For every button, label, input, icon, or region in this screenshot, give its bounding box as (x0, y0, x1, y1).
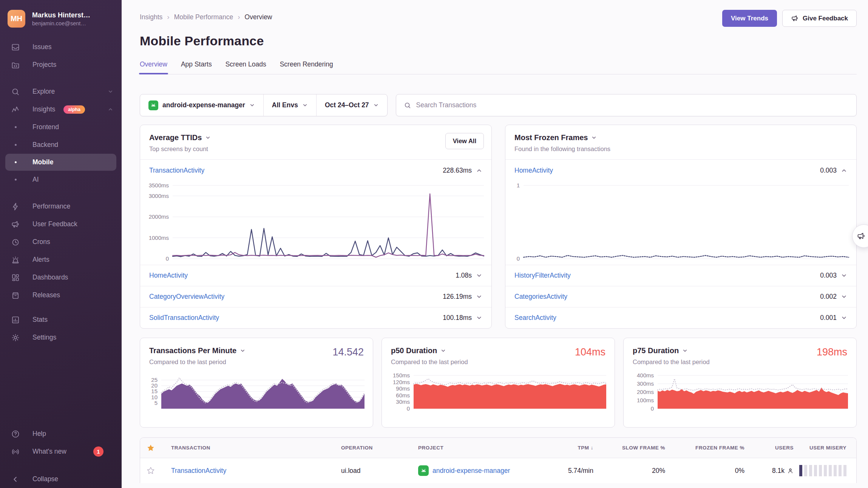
sidebar-item-dashboards[interactable]: Dashboards (0, 269, 122, 286)
breadcrumb-mobile-performance[interactable]: Mobile Performance (174, 13, 233, 21)
ttid-row[interactable]: CategoryOverviewActivity 126.19ms (140, 286, 491, 307)
breadcrumb-insights[interactable]: Insights (140, 13, 162, 21)
sidebar-item-help[interactable]: Help (0, 425, 122, 443)
tab-app-starts[interactable]: App Starts (181, 60, 212, 74)
sidebar-item-insights[interactable]: Insights alpha (0, 100, 122, 118)
sidebar-item-settings[interactable]: Settings (0, 329, 122, 346)
tab-bar: Overview App Starts Screen Loads Screen … (140, 60, 857, 74)
svg-text:5: 5 (154, 400, 158, 406)
tpm-area-chart[interactable]: 510152025 (143, 372, 368, 412)
expand-icon[interactable] (476, 293, 482, 300)
expand-icon[interactable] (841, 315, 847, 321)
sidebar-item-whats-new[interactable]: What's new 1 (0, 443, 122, 460)
panel-title-label: p75 Duration (633, 346, 679, 355)
expand-icon[interactable] (476, 315, 482, 321)
environment-selector[interactable]: All Envs (263, 94, 316, 116)
frozen-row[interactable]: SearchActivity 0.001 (505, 307, 856, 328)
average-ttids-title[interactable]: Average TTIDs (149, 133, 482, 142)
android-icon (418, 465, 429, 476)
star-filled-icon[interactable] (140, 444, 161, 452)
date-range-selector[interactable]: Oct 24–Oct 27 (316, 94, 387, 116)
misery-bar-empty (839, 465, 842, 476)
svg-text:3000ms: 3000ms (149, 193, 169, 199)
transaction-link[interactable]: CategoriesActivity (514, 293, 567, 301)
ttid-row[interactable]: SolidTransactionActivity 100.18ms (140, 307, 491, 328)
svg-text:200ms: 200ms (637, 389, 654, 395)
tab-screen-rendering[interactable]: Screen Rendering (280, 60, 333, 74)
column-header-tpm[interactable]: TPM ↓ (537, 445, 597, 451)
column-header-transaction[interactable]: TRANSACTION (161, 445, 331, 451)
user-menu[interactable]: MH Markus Hinterst… benjamin.coe@sent… (0, 0, 122, 31)
view-all-button[interactable]: View All (445, 133, 484, 149)
transaction-link[interactable]: TransactionActivity (171, 467, 226, 474)
frozen-frames-chart[interactable]: 01 (507, 182, 852, 262)
ttid-row[interactable]: HomeActivity 1.08s (140, 265, 491, 286)
transaction-link[interactable]: HomeActivity (149, 272, 188, 280)
collapse-icon[interactable] (841, 167, 847, 174)
column-header-users[interactable]: USERS (748, 445, 797, 451)
transaction-link[interactable]: CategoryOverviewActivity (149, 293, 224, 301)
column-header-frozen-frame[interactable]: FROZEN FRAME % (669, 445, 748, 451)
sidebar-item-projects[interactable]: Projects (0, 56, 122, 74)
sidebar-item-performance[interactable]: Performance (0, 198, 122, 215)
transaction-link[interactable]: HomeActivity (514, 167, 553, 175)
chevron-left-icon (11, 474, 20, 484)
tab-overview[interactable]: Overview (140, 60, 167, 74)
p75-title[interactable]: p75 Duration (633, 346, 847, 355)
sidebar-item-backend[interactable]: Backend (0, 136, 122, 154)
ttid-value: 100.18ms (443, 314, 472, 322)
expand-icon[interactable] (841, 293, 847, 300)
transaction-link[interactable]: TransactionActivity (149, 167, 204, 175)
panel-subtitle: Top screens by count (149, 145, 482, 153)
expand-icon[interactable] (841, 272, 847, 279)
sidebar-item-issues[interactable]: Issues (0, 38, 122, 56)
search-icon (404, 102, 411, 109)
sidebar-item-ai[interactable]: AI (0, 171, 122, 188)
tab-screen-loads[interactable]: Screen Loads (225, 60, 266, 74)
transaction-link[interactable]: SolidTransactionActivity (149, 314, 219, 322)
sidebar-collapse-button[interactable]: Collapse (0, 470, 122, 488)
transaction-link[interactable]: HistoryFilterActivity (514, 272, 571, 280)
column-header-operation[interactable]: OPERATION (331, 445, 408, 451)
sidebar-item-frontend[interactable]: Frontend (0, 118, 122, 136)
panel-subtitle: Compared to the last period (391, 358, 605, 366)
column-header-project[interactable]: PROJECT (408, 445, 537, 451)
sidebar-item-explore[interactable]: Explore (0, 83, 122, 100)
expand-icon[interactable] (476, 272, 482, 279)
p50-title[interactable]: p50 Duration (391, 346, 605, 355)
frozen-expanded-row[interactable]: HomeActivity 0.003 (505, 160, 856, 181)
chevron-down-icon (108, 89, 113, 94)
ttid-line-chart[interactable]: 01000ms2000ms3000ms3500ms (142, 182, 487, 262)
megaphone-icon (857, 232, 866, 241)
sidebar-item-stats[interactable]: Stats (0, 311, 122, 329)
sidebar-item-mobile[interactable]: Mobile (5, 154, 116, 171)
misery-bar-empty (834, 465, 837, 476)
ttid-expanded-row[interactable]: TransactionActivity 228.63ms (140, 160, 491, 181)
search-input[interactable] (416, 101, 849, 109)
chevron-down-icon (249, 102, 255, 108)
most-frozen-frames-title[interactable]: Most Frozen Frames (514, 133, 847, 142)
frozen-value: 0.003 (820, 167, 837, 175)
sidebar-item-crons[interactable]: Crons (0, 233, 122, 251)
sidebar-item-releases[interactable]: Releases (0, 286, 122, 304)
view-trends-button[interactable]: View Trends (722, 10, 777, 27)
project-selector[interactable]: android-expense-manager (140, 94, 263, 116)
tpm-title[interactable]: Transactions Per Minute (149, 346, 364, 355)
search-icon (11, 87, 20, 97)
give-feedback-button[interactable]: Give Feedback (782, 10, 857, 27)
column-header-user-misery[interactable]: USER MISERY (797, 445, 856, 451)
column-header-slow-frame[interactable]: SLOW FRAME % (597, 445, 669, 451)
frozen-row[interactable]: CategoriesActivity 0.002 (505, 286, 856, 307)
svg-text:0: 0 (517, 255, 520, 262)
breadcrumb: Insights › Mobile Performance › Overview (140, 10, 272, 21)
transaction-link[interactable]: SearchActivity (514, 314, 556, 322)
lightning-icon (11, 202, 20, 212)
p50-area-chart[interactable]: 030ms60ms90ms120ms150ms (385, 372, 609, 412)
frozen-row[interactable]: HistoryFilterActivity 0.003 (505, 265, 856, 286)
project-link[interactable]: android-expense-manager (432, 467, 510, 475)
sidebar-item-user-feedback[interactable]: User Feedback (0, 215, 122, 233)
star-outline-icon[interactable] (140, 466, 161, 475)
p75-area-chart[interactable]: 0100ms200ms300ms400ms (627, 372, 851, 412)
sidebar-item-alerts[interactable]: Alerts (0, 251, 122, 269)
collapse-icon[interactable] (476, 167, 482, 174)
